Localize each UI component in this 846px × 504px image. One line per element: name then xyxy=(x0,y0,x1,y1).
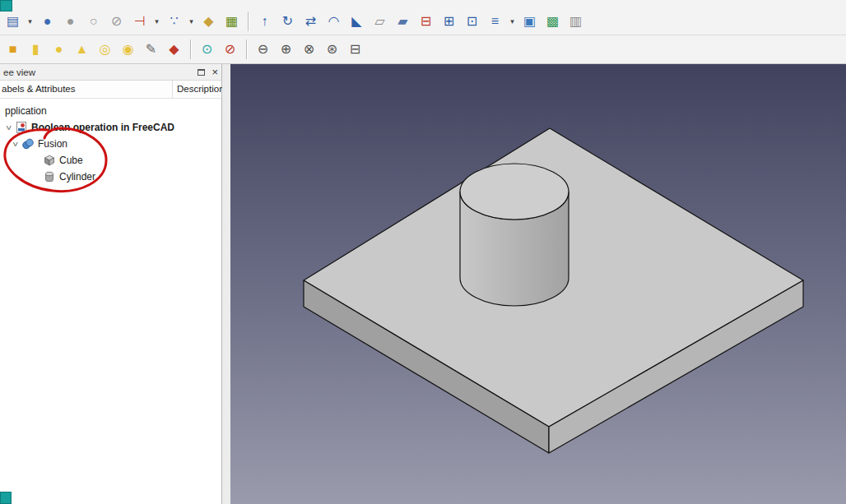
defeaturing-icon[interactable]: ⊘ xyxy=(219,39,241,61)
undock-square xyxy=(198,69,205,76)
draw-style-nocull-icon[interactable]: ⊘ xyxy=(105,11,128,33)
icon-glyph: ■ xyxy=(9,43,17,56)
primitives-dialog-icon[interactable]: ◆ xyxy=(163,39,185,61)
clipping-plane-icon[interactable]: ⊣ xyxy=(128,11,151,33)
compound-icon[interactable]: ▣ xyxy=(518,11,541,33)
icon-glyph: ⊡ xyxy=(467,15,477,28)
icon-glyph: ⊟ xyxy=(350,43,360,56)
icon-glyph: ⊞ xyxy=(444,15,454,28)
revolve-icon[interactable]: ↻ xyxy=(277,11,299,33)
thickness-icon[interactable]: ≡ xyxy=(484,11,506,33)
mirror-icon[interactable]: ⇄ xyxy=(300,11,322,33)
offset-dropdown[interactable]: ▾ xyxy=(507,11,518,33)
toolbar-part-primitives: ■▮●▲◎◉✎◆⊙⊘⊖⊕⊗⊛⊟ xyxy=(2,36,367,62)
toolbar-separator xyxy=(248,12,249,31)
icon-glyph: ○ xyxy=(90,15,98,28)
tree-item-label: Cylinder xyxy=(59,171,95,183)
tree-item-label: Cube xyxy=(59,155,83,166)
icon-glyph: ▾ xyxy=(28,18,32,25)
close-icon[interactable]: × xyxy=(212,67,218,77)
convert-to-solid-icon[interactable]: ▥ xyxy=(565,11,587,33)
make-face-icon[interactable]: ▱ xyxy=(369,11,391,33)
offset-2d-icon[interactable]: ⊡ xyxy=(461,11,483,33)
check-geometry-icon[interactable]: ⊙ xyxy=(196,39,218,61)
draw-style-wireframe-icon[interactable]: ○ xyxy=(82,11,105,33)
tree-column-header: abels & Attributes Description xyxy=(0,81,221,99)
icon-glyph: ● xyxy=(67,15,75,28)
new-document-icon[interactable]: ▤ xyxy=(2,11,24,33)
part-cone-icon[interactable]: ▲ xyxy=(71,39,93,61)
fillet-icon[interactable]: ◠ xyxy=(323,11,345,33)
model-canvas xyxy=(230,64,846,504)
bottom-panel-fragment-icon[interactable] xyxy=(0,492,12,504)
compound-tools-icon[interactable]: ▩ xyxy=(542,11,564,33)
icon-glyph: ▦ xyxy=(225,15,238,28)
tree-item-cube[interactable]: Cube xyxy=(0,152,221,169)
part-torus-icon[interactable]: ◎ xyxy=(94,39,116,61)
icon-glyph: ◎ xyxy=(100,43,111,56)
shape-builder-icon[interactable]: ✎ xyxy=(140,39,162,61)
icon-glyph: ⊙ xyxy=(202,43,212,56)
icon-glyph: ⊗ xyxy=(304,43,314,56)
boolean-section-icon[interactable]: ⊟ xyxy=(344,39,366,61)
nav-style-dropdown[interactable]: ▾ xyxy=(186,11,197,33)
toolbar-separator xyxy=(190,39,192,59)
part-cylinder-icon[interactable]: ▮ xyxy=(25,39,47,61)
tree-item-label: pplication xyxy=(5,105,47,117)
measure-icon[interactable]: ◆ xyxy=(198,11,220,33)
icon-glyph: ⊛ xyxy=(327,43,337,56)
boolean-cut-icon[interactable]: ⊖ xyxy=(252,39,274,61)
icon-glyph: ▤ xyxy=(7,15,19,28)
nav-style-icon[interactable]: ∵ xyxy=(163,11,185,33)
cube-icon xyxy=(43,154,56,167)
undock-icon[interactable] xyxy=(196,67,206,77)
new-document-dropdown[interactable]: ▾ xyxy=(25,11,35,33)
icon-glyph: ∵ xyxy=(170,15,178,28)
tree-item-label: Boolean operation in FreeCAD xyxy=(31,122,174,133)
boolean-common-icon[interactable]: ⊗ xyxy=(298,39,320,61)
icon-glyph: ⊣ xyxy=(134,15,146,28)
boolean-xor-icon[interactable]: ⊛ xyxy=(321,39,343,61)
panel-title: ee view xyxy=(3,67,35,77)
cylinder-top-face[interactable] xyxy=(460,164,569,220)
column-header-labels[interactable]: abels & Attributes xyxy=(2,81,76,98)
part-sphere-icon[interactable]: ● xyxy=(48,39,70,61)
icon-glyph: ✎ xyxy=(146,43,156,56)
part-tube-icon[interactable]: ◉ xyxy=(117,39,139,61)
3d-viewport[interactable] xyxy=(230,64,846,504)
tree-item-fusion[interactable]: > Fusion xyxy=(0,136,221,152)
extrude-icon[interactable]: ↑ xyxy=(253,11,276,33)
icon-glyph: ◆ xyxy=(169,43,179,56)
column-header-description[interactable]: Description xyxy=(172,81,225,99)
freecad-document-icon xyxy=(15,121,28,134)
ruled-surface-icon[interactable]: ▰ xyxy=(392,11,414,33)
icon-glyph: ⊘ xyxy=(225,43,235,56)
chevron-down-icon[interactable]: > xyxy=(4,123,13,132)
draw-style-shaded-icon[interactable]: ● xyxy=(59,11,81,33)
orbit-sphere-icon[interactable]: ● xyxy=(36,11,58,33)
fusion-icon xyxy=(21,137,35,150)
panel-toggle-fragment-icon[interactable] xyxy=(0,0,12,12)
chevron-down-icon[interactable]: > xyxy=(11,139,20,149)
tree-item-document[interactable]: > Boolean operation in FreeCAD xyxy=(0,119,221,136)
icon-glyph: ▮ xyxy=(32,43,40,56)
part-box-icon[interactable]: ■ xyxy=(2,39,24,61)
clipping-plane-dropdown[interactable]: ▾ xyxy=(151,11,162,33)
tree-item-cylinder[interactable]: Cylinder xyxy=(0,169,221,185)
boolean-union-icon[interactable]: ⊕ xyxy=(275,39,297,61)
icon-glyph: ≡ xyxy=(491,15,499,28)
offset-3d-icon[interactable]: ⊞ xyxy=(438,11,460,33)
icon-glyph: ⇄ xyxy=(305,15,316,28)
panel-splitter[interactable] xyxy=(222,64,230,504)
tree-view-titlebar: ee view × xyxy=(0,64,221,81)
cross-sections-icon[interactable]: ⊟ xyxy=(415,11,437,33)
freecad-window: ▤▾●●○⊘⊣▾∵▾◆▦↑↻⇄◠◣▱▰⊟⊞⊡≡▾▣▩▥ ■▮●▲◎◉✎◆⊙⊘⊖⊕… xyxy=(0,0,846,504)
tree-item-label: Fusion xyxy=(38,138,67,150)
scene-inspector-icon[interactable]: ▦ xyxy=(221,11,243,33)
chamfer-icon[interactable]: ◣ xyxy=(346,11,368,33)
icon-glyph: ▰ xyxy=(397,15,407,28)
toolbar-divider xyxy=(0,35,846,35)
tree-view-panel: ee view × abels & Attributes Description… xyxy=(0,64,222,504)
icon-glyph: ● xyxy=(55,43,63,56)
tree-item-application[interactable]: pplication xyxy=(0,103,221,119)
